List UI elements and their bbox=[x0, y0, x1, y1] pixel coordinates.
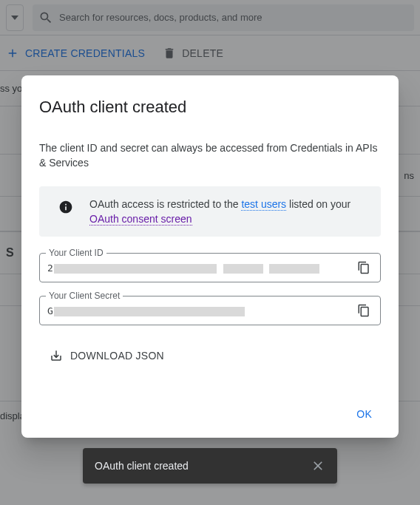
copy-client-id-button[interactable] bbox=[353, 257, 374, 278]
consent-screen-link[interactable]: OAuth consent screen bbox=[89, 213, 192, 226]
copy-client-secret-button[interactable] bbox=[353, 300, 374, 321]
dialog-title: OAuth client created bbox=[39, 98, 381, 117]
client-secret-value[interactable]: G g bbox=[47, 305, 353, 316]
download-json-button[interactable]: DOWNLOAD JSON bbox=[50, 349, 381, 362]
client-id-label: Your Client ID bbox=[46, 248, 106, 258]
download-icon bbox=[50, 349, 63, 362]
alert-text: OAuth access is restricted to the test u… bbox=[89, 197, 369, 226]
snackbar-message: OAuth client created bbox=[95, 460, 189, 472]
client-secret-label: Your Client Secret bbox=[46, 291, 123, 301]
copy-icon bbox=[357, 304, 370, 317]
download-json-label: DOWNLOAD JSON bbox=[70, 350, 164, 362]
ok-button[interactable]: OK bbox=[348, 402, 381, 426]
oauth-created-dialog: OAuth client created The client ID and s… bbox=[21, 75, 399, 438]
close-icon bbox=[311, 458, 325, 473]
test-users-link[interactable]: test users bbox=[241, 198, 286, 211]
snackbar-close-button[interactable] bbox=[305, 453, 331, 479]
dialog-lead-text: The client ID and secret can always be a… bbox=[39, 140, 381, 170]
copy-icon bbox=[357, 261, 370, 274]
info-alert: OAuth access is restricted to the test u… bbox=[39, 186, 381, 237]
client-secret-field: Your Client Secret G g bbox=[39, 296, 381, 325]
client-id-field: Your Client ID 2 ps.gc bbox=[39, 253, 381, 282]
client-id-value[interactable]: 2 ps.gc bbox=[47, 262, 353, 274]
snackbar: OAuth client created bbox=[83, 448, 337, 484]
info-icon bbox=[58, 200, 73, 214]
